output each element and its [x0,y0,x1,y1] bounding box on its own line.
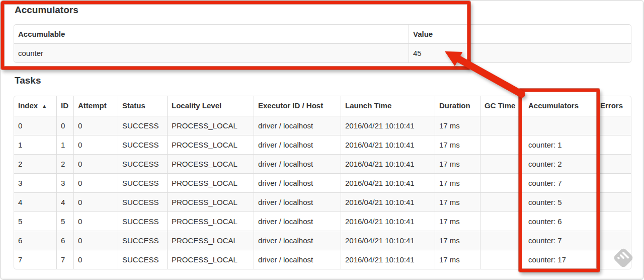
duration-cell: 17 ms [435,135,480,154]
duration-cell: 17 ms [435,173,480,192]
accumulators-cell: counter: 6 [524,212,596,231]
table-row: 3 3 0 SUCCESS PROCESS_LOCAL driver / loc… [14,173,631,192]
attempt-cell: 0 [73,212,118,231]
table-row: 7 7 0 SUCCESS PROCESS_LOCAL driver / loc… [14,250,631,269]
accumulators-cell: counter: 2 [524,154,596,173]
launch-time-cell: 2016/04/21 10:10:41 [341,135,435,154]
locality-cell: PROCESS_LOCAL [167,154,254,173]
index-header-label: Index [18,101,38,110]
locality-cell: PROCESS_LOCAL [167,212,254,231]
executor-cell: driver / localhost [254,250,341,269]
accumulable-header-row: Accumulable Value [14,25,631,43]
tasks-heading: Tasks [15,75,41,86]
duration-cell: 17 ms [435,250,480,269]
attempt-cell: 0 [73,250,118,269]
errors-column-header[interactable]: Errors [596,96,631,116]
errors-cell [596,116,631,135]
launch-time-column-header[interactable]: Launch Time [341,96,435,116]
launch-time-cell: 2016/04/21 10:10:41 [341,231,435,250]
executor-cell: driver / localhost [254,173,341,192]
gc-time-cell [480,173,524,192]
accumulable-table: Accumulable Value counter 45 [14,24,631,63]
executor-cell: driver / localhost [254,154,341,173]
duration-cell: 17 ms [435,192,480,212]
errors-cell [596,212,631,231]
gc-time-cell [480,116,524,135]
tasks-header-row: Index▲ ID Attempt Status Locality Level … [14,96,631,116]
attempt-column-header[interactable]: Attempt [73,96,118,116]
executor-id-host-column-header[interactable]: Executor ID / Host [254,96,341,116]
duration-cell: 17 ms [435,116,480,135]
accumulators-cell: counter: 17 [524,250,596,269]
id-cell: 2 [56,154,73,173]
status-cell: SUCCESS [118,154,167,173]
gc-time-cell [480,192,524,212]
attempt-cell: 0 [73,154,118,173]
duration-column-header[interactable]: Duration [435,96,480,116]
table-row: 4 4 0 SUCCESS PROCESS_LOCAL driver / loc… [14,192,631,212]
table-row: 1 1 0 SUCCESS PROCESS_LOCAL driver / loc… [14,135,631,154]
index-cell: 2 [14,154,56,173]
gc-time-cell [480,135,524,154]
status-cell: SUCCESS [118,135,167,154]
accumulators-cell [524,116,596,135]
attempt-cell: 0 [73,116,118,135]
launch-time-cell: 2016/04/21 10:10:41 [341,116,435,135]
locality-cell: PROCESS_LOCAL [167,116,254,135]
duration-cell: 17 ms [435,154,480,173]
gc-time-cell [480,212,524,231]
index-cell: 7 [14,250,56,269]
id-cell: 1 [56,135,73,154]
status-cell: SUCCESS [118,116,167,135]
locality-level-column-header[interactable]: Locality Level [167,96,254,116]
index-cell: 0 [14,116,56,135]
attempt-cell: 0 [73,135,118,154]
value-column-header: Value [409,25,631,43]
duration-cell: 17 ms [435,212,480,231]
launch-time-cell: 2016/04/21 10:10:41 [341,212,435,231]
index-cell: 6 [14,231,56,250]
id-column-header[interactable]: ID [56,96,73,116]
status-cell: SUCCESS [118,231,167,250]
id-cell: 4 [56,192,73,212]
locality-cell: PROCESS_LOCAL [167,173,254,192]
id-cell: 6 [56,231,73,250]
locality-cell: PROCESS_LOCAL [167,250,254,269]
attempt-cell: 0 [73,231,118,250]
table-row: 2 2 0 SUCCESS PROCESS_LOCAL driver / loc… [14,154,631,173]
id-cell: 3 [56,173,73,192]
launch-time-cell: 2016/04/21 10:10:41 [341,173,435,192]
id-cell: 5 [56,212,73,231]
accumulators-column-header[interactable]: Accumulators [524,96,596,116]
status-cell: SUCCESS [118,212,167,231]
errors-cell [596,173,631,192]
gc-time-cell [480,250,524,269]
table-row: 0 0 0 SUCCESS PROCESS_LOCAL driver / loc… [14,116,631,135]
index-cell: 4 [14,192,56,212]
watermark-stripe [617,256,620,259]
index-cell: 3 [14,173,56,192]
accumulable-value-cell: 45 [409,43,631,62]
accumulators-cell: counter: 5 [524,192,596,212]
attempt-cell: 0 [73,192,118,212]
status-column-header[interactable]: Status [118,96,167,116]
executor-cell: driver / localhost [254,231,341,250]
accumulators-cell: counter: 7 [524,173,596,192]
executor-cell: driver / localhost [254,135,341,154]
table-row: 6 6 0 SUCCESS PROCESS_LOCAL driver / loc… [14,231,631,250]
tasks-table: Index▲ ID Attempt Status Locality Level … [14,96,631,269]
errors-cell [596,231,631,250]
accumulators-cell: counter: 7 [524,231,596,250]
gc-time-column-header[interactable]: GC Time [480,96,524,116]
locality-cell: PROCESS_LOCAL [167,192,254,212]
sort-ascending-icon: ▲ [42,103,47,109]
gc-time-cell [480,154,524,173]
launch-time-cell: 2016/04/21 10:10:41 [341,250,435,269]
executor-cell: driver / localhost [254,192,341,212]
accumulators-heading: Accumulators [15,5,78,16]
index-column-header[interactable]: Index▲ [14,96,56,116]
gc-time-cell [480,231,524,250]
status-cell: SUCCESS [118,173,167,192]
table-row: 5 5 0 SUCCESS PROCESS_LOCAL driver / loc… [14,212,631,231]
executor-cell: driver / localhost [254,212,341,231]
